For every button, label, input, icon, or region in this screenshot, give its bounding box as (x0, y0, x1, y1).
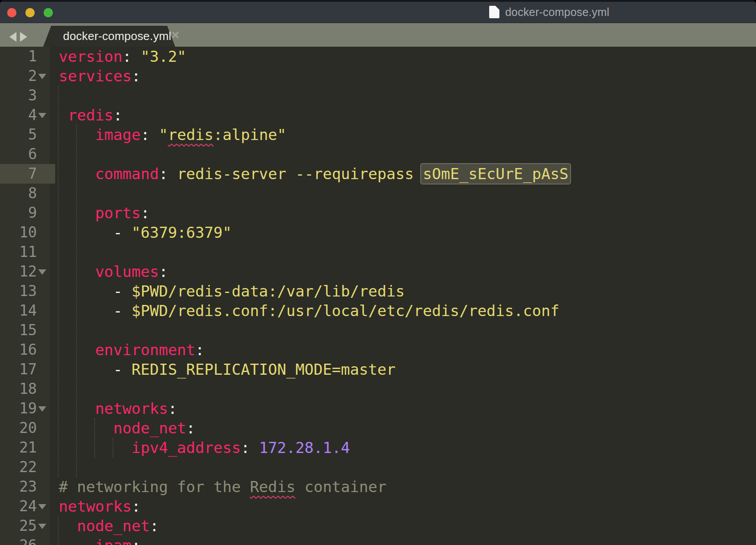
code-line[interactable]: 22 (0, 457, 756, 477)
token-punct: : (186, 419, 195, 437)
code-text[interactable]: environment: (50, 340, 756, 360)
fold-arrow-icon[interactable] (38, 113, 46, 118)
zoom-window-button[interactable] (44, 8, 53, 17)
gutter-cell: 13 (0, 281, 50, 301)
gutter-cell: 9 (0, 203, 50, 223)
token-plain (59, 361, 113, 378)
gutter-cell: 11 (0, 242, 50, 262)
tab-docker-compose-yml[interactable]: docker-compose.yml ✕ (43, 26, 175, 47)
token-str: redis (168, 126, 213, 144)
code-text[interactable] (50, 379, 756, 399)
code-text[interactable] (50, 321, 756, 340)
code-line[interactable]: 14 - $PWD/redis.conf:/usr/local/etc/redi… (0, 301, 756, 321)
fold-arrow-icon[interactable] (38, 524, 46, 529)
token-key: command (95, 165, 159, 183)
code-line[interactable]: 13 - $PWD/redis-data:/var/lib/redis (0, 281, 756, 301)
code-line[interactable]: 4 redis: (0, 105, 756, 125)
code-text[interactable]: version: "3.2" (50, 47, 756, 66)
gutter-cell: 26 (0, 536, 50, 545)
line-number: 9 (0, 203, 50, 223)
code-text[interactable]: - "6379:6379" (50, 223, 756, 242)
token-str: "6379:6379" (122, 224, 232, 241)
line-number: 7 (0, 164, 50, 184)
code-line[interactable]: 20 node_net: (0, 418, 756, 438)
code-text[interactable]: redis: (50, 105, 756, 125)
token-plain (59, 126, 95, 144)
fold-arrow-icon[interactable] (38, 269, 46, 275)
code-text[interactable]: - REDIS_REPLICATION_MODE=master (50, 360, 756, 379)
code-line[interactable]: 12 volumes: (0, 262, 756, 281)
code-text[interactable] (50, 242, 756, 262)
token-key: ipv4_address (132, 439, 241, 457)
code-text[interactable]: node_net: (50, 418, 756, 438)
code-text[interactable]: ipam: (50, 536, 756, 545)
code-line[interactable]: 26 ipam: (0, 536, 756, 545)
code-line[interactable]: 6 (0, 144, 756, 164)
code-line[interactable]: 15 (0, 321, 756, 340)
code-text[interactable]: volumes: (50, 262, 756, 281)
minimize-window-button[interactable] (25, 8, 35, 17)
code-line[interactable]: 2services: (0, 66, 756, 86)
fold-arrow-icon[interactable] (38, 406, 46, 412)
token-str: :alpine" (213, 126, 286, 144)
code-line[interactable]: 8 (0, 184, 756, 203)
gutter-cell: 10 (0, 223, 50, 242)
code-text[interactable]: - $PWD/redis-data:/var/lib/redis (50, 281, 756, 301)
token-key: networks (95, 400, 168, 417)
back-arrow-icon[interactable] (9, 32, 16, 42)
code-text[interactable]: command: redis-server --requirepass sOmE… (50, 164, 756, 184)
code-line[interactable]: 25 node_net: (0, 516, 756, 536)
token-punct: : (141, 204, 149, 222)
token-punct: - (113, 224, 122, 241)
fold-arrow-icon[interactable] (38, 74, 46, 79)
code-line[interactable]: 3 (0, 86, 756, 105)
line-number: 22 (0, 457, 50, 477)
code-text[interactable] (50, 457, 756, 477)
code-text[interactable]: ipv4_address: 172.28.1.4 (50, 438, 756, 457)
code-line[interactable]: 16 environment: (0, 340, 756, 360)
code-text[interactable]: image: "redis:alpine" (50, 125, 756, 144)
gutter-cell: 21 (0, 438, 50, 457)
code-text[interactable] (50, 144, 756, 164)
code-line[interactable]: 23# networking for the Redis container (0, 477, 756, 497)
gutter-cell: 8 (0, 184, 50, 203)
token-key: node_net (113, 419, 186, 437)
token-key: version (59, 48, 122, 65)
code-line[interactable]: 21 ipv4_address: 172.28.1.4 (0, 438, 756, 457)
code-editor[interactable]: 1version: "3.2"2services:34 redis:5 imag… (0, 47, 756, 545)
line-number: 23 (0, 477, 50, 497)
code-line[interactable]: 18 (0, 379, 756, 399)
token-key: ports (95, 204, 141, 222)
line-number: 16 (0, 340, 50, 360)
code-text[interactable]: ports: (50, 203, 756, 223)
code-text[interactable]: # networking for the Redis container (50, 477, 756, 497)
code-line[interactable]: 5 image: "redis:alpine" (0, 125, 756, 144)
code-text[interactable] (50, 184, 756, 203)
code-text[interactable]: node_net: (50, 516, 756, 536)
close-window-button[interactable] (7, 8, 16, 17)
code-line[interactable]: 17 - REDIS_REPLICATION_MODE=master (0, 360, 756, 379)
forward-arrow-icon[interactable] (20, 32, 27, 42)
tab-close-icon[interactable]: ✕ (171, 29, 180, 41)
token-plain (59, 204, 95, 222)
token-plain (250, 439, 259, 457)
code-line[interactable]: 9 ports: (0, 203, 756, 223)
code-line[interactable]: 1version: "3.2" (0, 47, 756, 66)
gutter-cell: 14 (0, 301, 50, 321)
code-line[interactable]: 7 command: redis-server --requirepass sO… (0, 164, 756, 184)
code-line[interactable]: 11 (0, 242, 756, 262)
code-text[interactable]: - $PWD/redis.conf:/usr/local/etc/redis/r… (50, 301, 756, 321)
code-text[interactable]: networks: (50, 497, 756, 516)
line-number: 6 (0, 144, 50, 164)
code-line[interactable]: 19 networks: (0, 399, 756, 418)
line-number: 14 (0, 301, 50, 321)
code-line[interactable]: 10 - "6379:6379" (0, 223, 756, 242)
code-line[interactable]: 24networks: (0, 497, 756, 516)
token-key: ipam (95, 537, 132, 545)
code-text[interactable]: networks: (50, 399, 756, 418)
gutter-cell: 24 (0, 497, 50, 516)
gutter-cell: 7 (0, 164, 50, 184)
code-text[interactable]: services: (50, 66, 756, 86)
fold-arrow-icon[interactable] (38, 504, 46, 509)
code-text[interactable] (50, 86, 756, 105)
